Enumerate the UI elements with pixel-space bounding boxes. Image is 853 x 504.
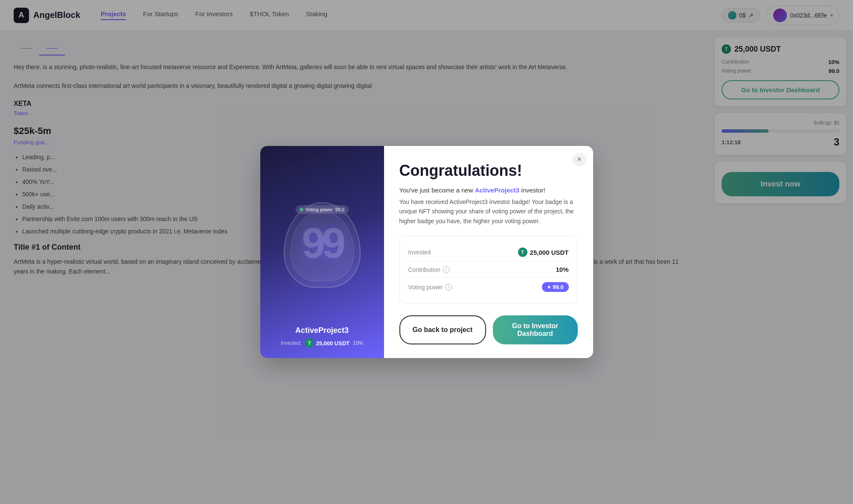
modal-sub-text: You've just become a new: [399, 186, 473, 194]
invested-stat-label: Invested: [408, 249, 431, 256]
invested-stat-row: Invested T 25,000 USDT: [408, 243, 569, 262]
modal-invested-value: T 25,000 USDT: [305, 338, 349, 348]
modal-actions: Go back to project Go to Investor Dashbo…: [399, 315, 578, 344]
modal-invested-info: Invested: T 25,000 USDT 10%: [281, 338, 364, 348]
vp-badge: ★ 99.0: [542, 282, 568, 292]
stats-box: Invested T 25,000 USDT Contribution i 10…: [399, 236, 578, 303]
back-to-project-button[interactable]: Go back to project: [399, 315, 486, 344]
modal-project-name: ActiveProject3: [295, 326, 349, 335]
go-to-dashboard-button[interactable]: Go to Investor Dashboard: [493, 315, 578, 344]
modal-overlay: 99 Voting power 99.0 ActiveProject3 Inve…: [0, 0, 853, 504]
star-icon: ★: [547, 285, 551, 289]
modal-percentage: 10%: [353, 340, 363, 346]
close-button[interactable]: ×: [573, 153, 586, 166]
vp-chip-value: 99.0: [335, 207, 344, 212]
vp-dot: [300, 208, 303, 211]
t-icon-stat: T: [518, 248, 527, 257]
contribution-stat-value: 10%: [556, 266, 568, 273]
congratulations-modal: 99 Voting power 99.0 ActiveProject3 Inve…: [260, 146, 593, 358]
contribution-stat-row: Contribution i 10%: [408, 262, 569, 278]
modal-invested-label: Invested:: [281, 340, 302, 346]
voting-power-stat-value: ★ 99.0: [542, 282, 568, 292]
contribution-stat-label: Contribution i: [408, 266, 450, 273]
t-icon-modal: T: [305, 338, 314, 348]
modal-project-link[interactable]: ActiveProject3: [475, 186, 519, 194]
voting-power-chip: Voting power 99.0: [295, 205, 349, 214]
badge-number: 99: [302, 218, 342, 268]
modal-description: You have received ActiveProject3 investo…: [399, 197, 578, 226]
contribution-info-icon[interactable]: i: [443, 266, 450, 273]
modal-info-panel: × Congratulations! You've just become a …: [384, 146, 593, 358]
voting-power-info-icon[interactable]: i: [445, 284, 452, 291]
vp-chip-label: Voting power: [306, 207, 333, 212]
voting-power-stat-label: Voting power i: [408, 284, 452, 291]
modal-subtitle: You've just become a new ActiveProject3 …: [399, 186, 578, 194]
modal-badge-panel: 99 Voting power 99.0 ActiveProject3 Inve…: [260, 146, 384, 358]
modal-title: Congratulations!: [399, 161, 578, 180]
investor-suffix: investor!: [519, 186, 545, 194]
voting-power-stat-row: Voting power i ★ 99.0: [408, 278, 569, 296]
invested-stat-value: T 25,000 USDT: [518, 248, 569, 257]
